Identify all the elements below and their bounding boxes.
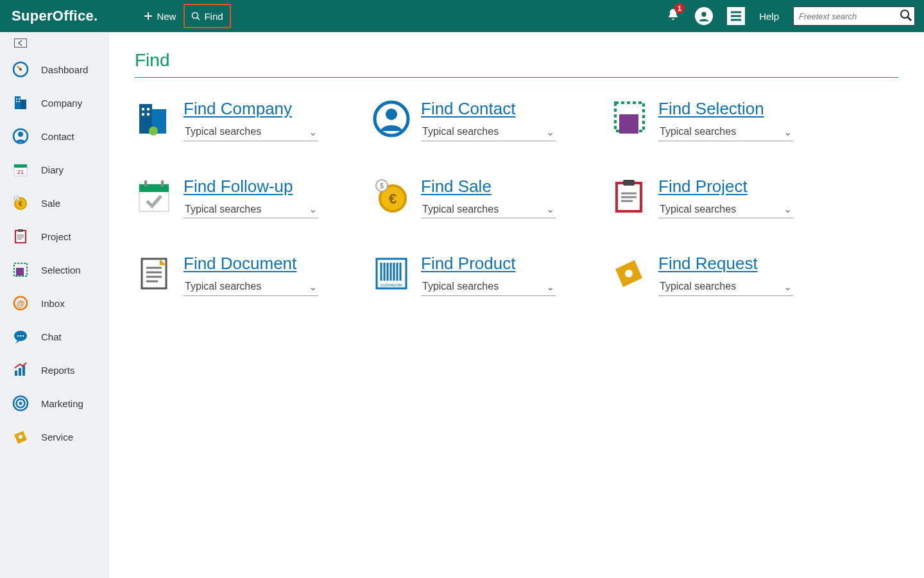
inbox-icon: @ xyxy=(12,294,30,312)
sidebar-item-label: Selection xyxy=(41,265,81,276)
main-menu-button[interactable] xyxy=(727,7,745,25)
typical-searches-dropdown[interactable]: Typical searches ⌄ xyxy=(184,200,318,218)
find-document-link[interactable]: Find Document xyxy=(184,254,296,273)
typical-searches-dropdown[interactable]: Typical searches ⌄ xyxy=(184,123,318,141)
svg-rect-9 xyxy=(16,98,17,100)
chevron-down-icon: ⌄ xyxy=(309,126,317,138)
notification-badge: 1 xyxy=(674,3,685,13)
find-product-link[interactable]: Find Product xyxy=(421,254,515,273)
help-link[interactable]: Help xyxy=(759,11,779,22)
new-button[interactable]: New xyxy=(136,4,184,28)
typical-label: Typical searches xyxy=(422,204,499,215)
dashboard-icon xyxy=(12,60,30,78)
collapse-icon xyxy=(14,39,27,48)
svg-point-37 xyxy=(19,402,22,405)
find-followup-link[interactable]: Find Follow-up xyxy=(184,177,293,196)
sidebar-item-service[interactable]: Service xyxy=(0,420,109,453)
sidebar-item-inbox[interactable]: @ Inbox xyxy=(0,286,109,320)
svg-rect-42 xyxy=(147,108,150,110)
page-title: Find xyxy=(135,50,898,78)
svg-rect-12 xyxy=(19,101,20,102)
company-icon xyxy=(12,94,30,112)
svg-rect-53 xyxy=(161,180,164,187)
main-panel: Find Find Company Typical searches ⌄ xyxy=(109,32,924,578)
find-card-project: Find Project Typical searches ⌄ xyxy=(610,177,841,219)
typical-searches-dropdown[interactable]: Typical searches ⌄ xyxy=(184,278,318,296)
typical-searches-dropdown[interactable]: Typical searches ⌄ xyxy=(658,200,793,218)
typical-searches-dropdown[interactable]: Typical searches ⌄ xyxy=(658,278,793,296)
chevron-down-icon: ⌄ xyxy=(546,203,554,215)
header-right: 1 Help xyxy=(665,6,915,26)
sidebar-item-chat[interactable]: Chat xyxy=(0,320,109,353)
svg-rect-51 xyxy=(139,184,169,192)
sidebar-item-project[interactable]: Project xyxy=(0,220,109,253)
diary-icon: 21 xyxy=(12,161,30,179)
collapse-sidebar-button[interactable] xyxy=(0,36,109,53)
company-icon xyxy=(135,100,173,138)
project-icon xyxy=(12,227,30,245)
svg-rect-49 xyxy=(619,114,638,134)
notifications-button[interactable]: 1 xyxy=(665,7,681,25)
chevron-down-icon: ⌄ xyxy=(783,203,792,215)
typical-searches-dropdown[interactable]: Typical searches ⌄ xyxy=(421,123,556,141)
sidebar-item-label: Dashboard xyxy=(41,64,88,75)
typical-searches-dropdown[interactable]: Typical searches ⌄ xyxy=(421,278,556,296)
hamburger-icon xyxy=(730,11,742,21)
contact-icon xyxy=(372,100,411,138)
find-company-link[interactable]: Find Company xyxy=(184,99,292,118)
svg-rect-10 xyxy=(19,98,20,100)
sidebar-item-contact[interactable]: Contact xyxy=(0,119,109,153)
svg-rect-32 xyxy=(15,371,17,376)
avatar[interactable] xyxy=(695,7,713,25)
sidebar-item-company[interactable]: Company xyxy=(0,86,109,119)
sale-icon: €$ xyxy=(372,177,411,216)
search-input[interactable] xyxy=(793,6,915,26)
find-sale-link[interactable]: Find Sale xyxy=(421,177,492,196)
chevron-down-icon: ⌄ xyxy=(783,281,792,293)
svg-rect-59 xyxy=(623,180,635,186)
svg-point-47 xyxy=(386,109,397,120)
document-icon xyxy=(135,254,173,293)
find-card-request: Find Request Typical searches ⌄ xyxy=(610,254,841,296)
sidebar-item-dashboard[interactable]: Dashboard xyxy=(0,53,109,86)
typical-label: Typical searches xyxy=(660,204,736,215)
sidebar-item-diary[interactable]: 21 Diary xyxy=(0,153,109,186)
svg-text:$: $ xyxy=(380,182,384,189)
svg-text:€: € xyxy=(19,200,22,207)
contact-icon xyxy=(12,127,30,145)
find-project-link[interactable]: Find Project xyxy=(658,177,748,196)
typical-label: Typical searches xyxy=(185,281,261,292)
find-card-contact: Find Contact Typical searches ⌄ xyxy=(372,100,603,141)
find-selection-link[interactable]: Find Selection xyxy=(658,99,764,118)
sidebar-item-label: Contact xyxy=(41,131,74,142)
svg-text:21: 21 xyxy=(17,169,24,175)
sidebar-item-label: Sale xyxy=(41,198,60,209)
find-contact-link[interactable]: Find Contact xyxy=(421,99,515,118)
find-card-selection: Find Selection Typical searches ⌄ xyxy=(610,100,841,141)
sidebar-item-reports[interactable]: Reports xyxy=(0,353,109,387)
typical-searches-dropdown[interactable]: Typical searches ⌄ xyxy=(658,123,793,141)
marketing-icon xyxy=(12,394,30,412)
typical-searches-dropdown[interactable]: Typical searches ⌄ xyxy=(421,200,556,218)
svg-point-14 xyxy=(18,132,23,137)
sale-icon: €$ xyxy=(12,194,30,212)
find-request-link[interactable]: Find Request xyxy=(658,254,758,273)
svg-rect-4 xyxy=(15,39,27,48)
sidebar-item-label: Marketing xyxy=(41,398,83,409)
find-card-followup: Find Follow-up Typical searches ⌄ xyxy=(135,177,366,219)
sidebar-item-label: Inbox xyxy=(41,298,65,309)
search-submit-button[interactable] xyxy=(900,9,912,24)
svg-rect-8 xyxy=(21,100,26,109)
svg-point-45 xyxy=(149,127,158,136)
selection-icon xyxy=(12,261,30,279)
svg-point-2 xyxy=(701,12,706,17)
sidebar-item-marketing[interactable]: Marketing xyxy=(0,387,109,420)
search-icon xyxy=(191,12,200,21)
sidebar-item-label: Service xyxy=(41,432,73,442)
sidebar-item-selection[interactable]: Selection xyxy=(0,253,109,286)
find-button[interactable]: Find xyxy=(184,4,230,28)
svg-text:@: @ xyxy=(17,299,25,308)
find-card-product: 0123456789 Find Product Typical searches… xyxy=(372,254,603,296)
sidebar-item-sale[interactable]: €$ Sale xyxy=(0,186,109,220)
find-label: Find xyxy=(204,11,223,22)
